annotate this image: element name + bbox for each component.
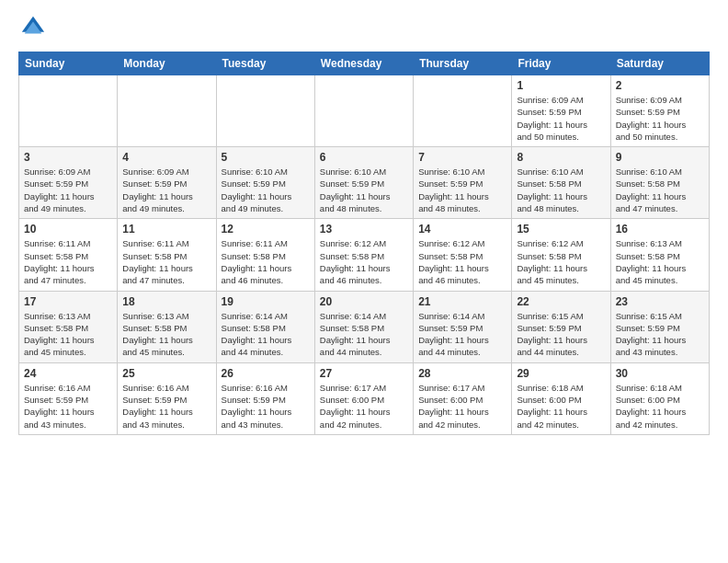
weekday-header-friday: Friday (512, 52, 610, 75)
logo (18, 15, 46, 40)
day-info: Sunrise: 6:16 AM Sunset: 5:59 PM Dayligh… (24, 382, 112, 431)
calendar-cell: 18Sunrise: 6:13 AM Sunset: 5:58 PM Dayli… (118, 291, 216, 362)
logo-icon (20, 15, 46, 40)
calendar-cell: 15Sunrise: 6:12 AM Sunset: 5:58 PM Dayli… (512, 219, 610, 291)
calendar-week-4: 17Sunrise: 6:13 AM Sunset: 5:58 PM Dayli… (19, 291, 710, 362)
main-container: SundayMondayTuesdayWednesdayThursdayFrid… (0, 0, 728, 444)
day-number: 29 (517, 367, 605, 380)
day-info: Sunrise: 6:16 AM Sunset: 5:59 PM Dayligh… (222, 382, 310, 431)
calendar-cell: 2Sunrise: 6:09 AM Sunset: 5:59 PM Daylig… (610, 75, 709, 147)
weekday-header-wednesday: Wednesday (314, 52, 413, 75)
calendar-cell: 25Sunrise: 6:16 AM Sunset: 5:59 PM Dayli… (118, 362, 216, 434)
day-number: 14 (418, 223, 506, 236)
calendar-cell: 1Sunrise: 6:09 AM Sunset: 5:59 PM Daylig… (512, 75, 610, 147)
day-info: Sunrise: 6:10 AM Sunset: 5:59 PM Dayligh… (320, 166, 408, 214)
day-number: 21 (418, 295, 506, 308)
day-info: Sunrise: 6:13 AM Sunset: 5:58 PM Dayligh… (616, 237, 704, 286)
day-number: 4 (122, 151, 210, 164)
calendar-cell: 21Sunrise: 6:14 AM Sunset: 5:59 PM Dayli… (414, 291, 512, 362)
calendar-cell: 5Sunrise: 6:10 AM Sunset: 5:59 PM Daylig… (216, 147, 314, 219)
calendar-cell: 17Sunrise: 6:13 AM Sunset: 5:58 PM Dayli… (19, 291, 118, 362)
calendar-cell: 9Sunrise: 6:10 AM Sunset: 5:58 PM Daylig… (610, 147, 709, 219)
day-number: 20 (320, 295, 408, 308)
day-number: 8 (517, 151, 605, 164)
weekday-header-row: SundayMondayTuesdayWednesdayThursdayFrid… (19, 52, 710, 75)
day-info: Sunrise: 6:10 AM Sunset: 5:59 PM Dayligh… (222, 166, 310, 214)
calendar-cell: 22Sunrise: 6:15 AM Sunset: 5:59 PM Dayli… (512, 291, 610, 362)
day-info: Sunrise: 6:09 AM Sunset: 5:59 PM Dayligh… (517, 94, 605, 143)
day-info: Sunrise: 6:18 AM Sunset: 6:00 PM Dayligh… (517, 382, 605, 431)
weekday-header-sunday: Sunday (19, 52, 118, 75)
day-number: 5 (222, 151, 310, 164)
day-info: Sunrise: 6:18 AM Sunset: 6:00 PM Dayligh… (616, 382, 704, 431)
day-info: Sunrise: 6:17 AM Sunset: 6:00 PM Dayligh… (418, 382, 506, 431)
calendar-week-5: 24Sunrise: 6:16 AM Sunset: 5:59 PM Dayli… (19, 362, 710, 434)
calendar-cell (414, 75, 512, 147)
calendar-cell: 26Sunrise: 6:16 AM Sunset: 5:59 PM Dayli… (216, 362, 314, 434)
day-info: Sunrise: 6:12 AM Sunset: 5:58 PM Dayligh… (320, 237, 408, 286)
day-number: 7 (418, 151, 506, 164)
weekday-header-monday: Monday (118, 52, 216, 75)
day-info: Sunrise: 6:16 AM Sunset: 5:59 PM Dayligh… (122, 382, 210, 431)
day-number: 26 (222, 367, 310, 380)
day-info: Sunrise: 6:12 AM Sunset: 5:58 PM Dayligh… (418, 237, 506, 286)
day-number: 18 (122, 295, 210, 308)
calendar-body: 1Sunrise: 6:09 AM Sunset: 5:59 PM Daylig… (19, 75, 710, 435)
calendar-cell: 13Sunrise: 6:12 AM Sunset: 5:58 PM Dayli… (314, 219, 413, 291)
calendar-cell: 7Sunrise: 6:10 AM Sunset: 5:59 PM Daylig… (414, 147, 512, 219)
calendar-cell: 29Sunrise: 6:18 AM Sunset: 6:00 PM Dayli… (512, 362, 610, 434)
day-number: 25 (122, 367, 210, 380)
day-info: Sunrise: 6:14 AM Sunset: 5:58 PM Dayligh… (320, 310, 408, 359)
calendar-cell: 11Sunrise: 6:11 AM Sunset: 5:58 PM Dayli… (118, 219, 216, 291)
day-number: 12 (222, 223, 310, 236)
day-number: 16 (616, 223, 704, 236)
day-number: 28 (418, 367, 506, 380)
calendar-cell: 8Sunrise: 6:10 AM Sunset: 5:58 PM Daylig… (512, 147, 610, 219)
calendar-cell (19, 75, 118, 147)
day-number: 2 (616, 79, 704, 92)
calendar-cell: 3Sunrise: 6:09 AM Sunset: 5:59 PM Daylig… (19, 147, 118, 219)
day-number: 11 (122, 223, 210, 236)
day-info: Sunrise: 6:10 AM Sunset: 5:59 PM Dayligh… (418, 166, 506, 214)
day-info: Sunrise: 6:13 AM Sunset: 5:58 PM Dayligh… (24, 310, 112, 359)
calendar-cell: 28Sunrise: 6:17 AM Sunset: 6:00 PM Dayli… (414, 362, 512, 434)
day-number: 27 (320, 367, 408, 380)
calendar-cell: 10Sunrise: 6:11 AM Sunset: 5:58 PM Dayli… (19, 219, 118, 291)
day-info: Sunrise: 6:14 AM Sunset: 5:59 PM Dayligh… (418, 310, 506, 359)
day-info: Sunrise: 6:09 AM Sunset: 5:59 PM Dayligh… (616, 94, 704, 143)
day-number: 17 (24, 295, 112, 308)
day-info: Sunrise: 6:10 AM Sunset: 5:58 PM Dayligh… (517, 166, 605, 214)
day-info: Sunrise: 6:11 AM Sunset: 5:58 PM Dayligh… (122, 237, 210, 286)
calendar-cell: 23Sunrise: 6:15 AM Sunset: 5:59 PM Dayli… (610, 291, 709, 362)
day-number: 9 (616, 151, 704, 164)
day-info: Sunrise: 6:11 AM Sunset: 5:58 PM Dayligh… (24, 237, 112, 286)
weekday-header-thursday: Thursday (414, 52, 512, 75)
calendar-cell: 30Sunrise: 6:18 AM Sunset: 6:00 PM Dayli… (610, 362, 709, 434)
weekday-header-tuesday: Tuesday (216, 52, 314, 75)
day-number: 30 (616, 367, 704, 380)
day-info: Sunrise: 6:14 AM Sunset: 5:58 PM Dayligh… (222, 310, 310, 359)
day-number: 15 (517, 223, 605, 236)
calendar-week-1: 1Sunrise: 6:09 AM Sunset: 5:59 PM Daylig… (19, 75, 710, 147)
day-number: 22 (517, 295, 605, 308)
day-info: Sunrise: 6:15 AM Sunset: 5:59 PM Dayligh… (616, 310, 704, 359)
day-info: Sunrise: 6:12 AM Sunset: 5:58 PM Dayligh… (517, 237, 605, 286)
calendar-cell: 27Sunrise: 6:17 AM Sunset: 6:00 PM Dayli… (314, 362, 413, 434)
calendar-table: SundayMondayTuesdayWednesdayThursdayFrid… (18, 52, 710, 435)
weekday-header-saturday: Saturday (610, 52, 709, 75)
day-number: 19 (222, 295, 310, 308)
day-number: 10 (24, 223, 112, 236)
calendar-cell: 12Sunrise: 6:11 AM Sunset: 5:58 PM Dayli… (216, 219, 314, 291)
day-info: Sunrise: 6:09 AM Sunset: 5:59 PM Dayligh… (24, 166, 112, 214)
calendar-week-2: 3Sunrise: 6:09 AM Sunset: 5:59 PM Daylig… (19, 147, 710, 219)
day-info: Sunrise: 6:11 AM Sunset: 5:58 PM Dayligh… (222, 237, 310, 286)
day-info: Sunrise: 6:17 AM Sunset: 6:00 PM Dayligh… (320, 382, 408, 431)
day-number: 3 (24, 151, 112, 164)
day-number: 23 (616, 295, 704, 308)
day-number: 6 (320, 151, 408, 164)
calendar-cell (314, 75, 413, 147)
calendar-cell: 4Sunrise: 6:09 AM Sunset: 5:59 PM Daylig… (118, 147, 216, 219)
calendar-cell: 24Sunrise: 6:16 AM Sunset: 5:59 PM Dayli… (19, 362, 118, 434)
page-header (18, 15, 710, 40)
day-number: 24 (24, 367, 112, 380)
